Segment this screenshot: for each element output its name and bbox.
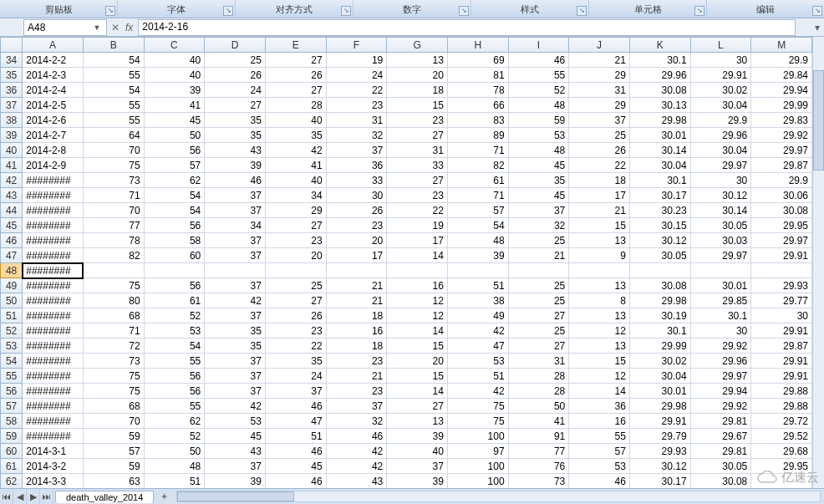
cell-D62[interactable]: 39 [205,474,266,489]
cell-I49[interactable]: 25 [508,278,569,293]
ribbon-launcher-icon[interactable]: ↘ [341,6,351,16]
cell-D56[interactable]: 37 [205,384,266,399]
tab-nav-prev-icon[interactable]: ◀ [13,489,27,504]
cell-A35[interactable]: 2014-2-3 [23,68,84,83]
cell-B41[interactable]: 75 [83,158,144,173]
ribbon-launcher-icon[interactable]: ↘ [459,6,469,16]
cell-I53[interactable]: 27 [508,339,569,354]
cell-F43[interactable]: 30 [326,188,387,203]
cell-G36[interactable]: 18 [387,83,448,98]
row-header[interactable]: 47 [1,248,23,263]
cell-E62[interactable]: 46 [265,474,326,489]
row-header[interactable]: 54 [1,354,23,369]
cell-H52[interactable]: 42 [447,323,508,339]
cell-B34[interactable]: 54 [83,53,144,68]
cell-J40[interactable]: 26 [569,143,630,158]
cell-A58[interactable]: ######## [23,414,84,429]
cell-K57[interactable]: 29.98 [629,399,690,414]
cell-C55[interactable]: 56 [144,369,205,384]
cell-F40[interactable]: 37 [326,143,387,158]
cell-I58[interactable]: 41 [508,414,569,429]
cell-A34[interactable]: 2014-2-2 [23,53,84,68]
tab-nav-next-icon[interactable]: ▶ [27,489,40,504]
cell-J38[interactable]: 37 [569,113,630,128]
cell-G49[interactable]: 16 [387,278,448,293]
cell-H55[interactable]: 51 [447,369,508,384]
row-header[interactable]: 43 [1,188,23,203]
cell-K43[interactable]: 30.17 [629,188,690,203]
cell-J58[interactable]: 16 [569,414,630,429]
column-header-J[interactable]: J [569,38,630,53]
cell-M60[interactable]: 29.68 [751,444,812,459]
cell-H40[interactable]: 71 [447,143,508,158]
cell-A50[interactable]: ######## [23,293,84,308]
cell-L37[interactable]: 30.04 [690,98,751,113]
cell-L40[interactable]: 30.04 [690,143,751,158]
cell-G44[interactable]: 22 [387,203,448,218]
cell-M56[interactable]: 29.88 [751,384,812,399]
cell-A55[interactable]: ######## [23,369,84,384]
cell-I62[interactable]: 73 [508,474,569,489]
cell-G43[interactable]: 23 [387,188,448,203]
sheet-tab-active[interactable]: death_valley_2014 [55,491,154,503]
cell-M57[interactable]: 29.88 [751,399,812,414]
cell-I52[interactable]: 25 [508,323,569,339]
cell-F36[interactable]: 22 [326,83,387,98]
cell-J46[interactable]: 13 [569,233,630,248]
cell-D57[interactable]: 42 [205,399,266,414]
cell-H58[interactable]: 75 [447,414,508,429]
cell-H39[interactable]: 89 [447,128,508,143]
cell-A38[interactable]: 2014-2-6 [23,113,84,128]
cell-M44[interactable]: 30.08 [751,203,812,218]
cell-L34[interactable]: 30 [690,53,751,68]
cell-B52[interactable]: 71 [83,323,144,339]
cell-G59[interactable]: 39 [387,429,448,444]
cell-L56[interactable]: 29.94 [690,384,751,399]
column-header-E[interactable]: E [265,38,326,53]
row-header[interactable]: 55 [1,369,23,384]
cell-J57[interactable]: 36 [569,399,630,414]
cell-L55[interactable]: 29.97 [690,369,751,384]
row-header[interactable]: 59 [1,429,23,444]
cell-J52[interactable]: 12 [569,323,630,339]
cell-F38[interactable]: 31 [326,113,387,128]
cell-F61[interactable]: 42 [326,459,387,474]
cell-A59[interactable]: ######## [23,429,84,444]
ribbon-launcher-icon[interactable]: ↘ [577,6,587,16]
cell-I38[interactable]: 59 [508,113,569,128]
row-header[interactable]: 53 [1,339,23,354]
cell-I39[interactable]: 53 [508,128,569,143]
cell-H51[interactable]: 49 [447,308,508,323]
cell-M38[interactable]: 29.83 [751,113,812,128]
cell-D47[interactable]: 37 [205,248,266,263]
cell-L60[interactable]: 29.81 [690,444,751,459]
cell-I36[interactable]: 52 [508,83,569,98]
cell-J36[interactable]: 31 [569,83,630,98]
cell-E51[interactable]: 26 [265,308,326,323]
cell-D36[interactable]: 24 [205,83,266,98]
cell-J35[interactable]: 29 [569,68,630,83]
cell-K54[interactable]: 30.02 [629,354,690,369]
column-header-A[interactable]: A [23,38,84,53]
column-header-B[interactable]: B [83,38,144,53]
cell-G51[interactable]: 12 [387,308,448,323]
cell-G34[interactable]: 13 [387,53,448,68]
cell-K52[interactable]: 30.1 [629,323,690,339]
cell-J39[interactable]: 25 [569,128,630,143]
cell-D49[interactable]: 37 [205,278,266,293]
cell-C34[interactable]: 40 [144,53,205,68]
ribbon-group-6[interactable]: 编辑↘ [707,0,824,18]
cell-L46[interactable]: 30.03 [690,233,751,248]
cell-A62[interactable]: 2014-3-3 [23,474,84,489]
cell-F53[interactable]: 18 [326,339,387,354]
cell-D51[interactable]: 37 [205,308,266,323]
cell-E42[interactable]: 40 [265,173,326,188]
cell-B53[interactable]: 72 [83,339,144,354]
cell-D59[interactable]: 45 [205,429,266,444]
cell-G61[interactable]: 37 [387,459,448,474]
cell-J56[interactable]: 14 [569,384,630,399]
cell-G60[interactable]: 40 [387,444,448,459]
cell-I41[interactable]: 45 [508,158,569,173]
cell-H36[interactable]: 78 [447,83,508,98]
cell-F37[interactable]: 23 [326,98,387,113]
